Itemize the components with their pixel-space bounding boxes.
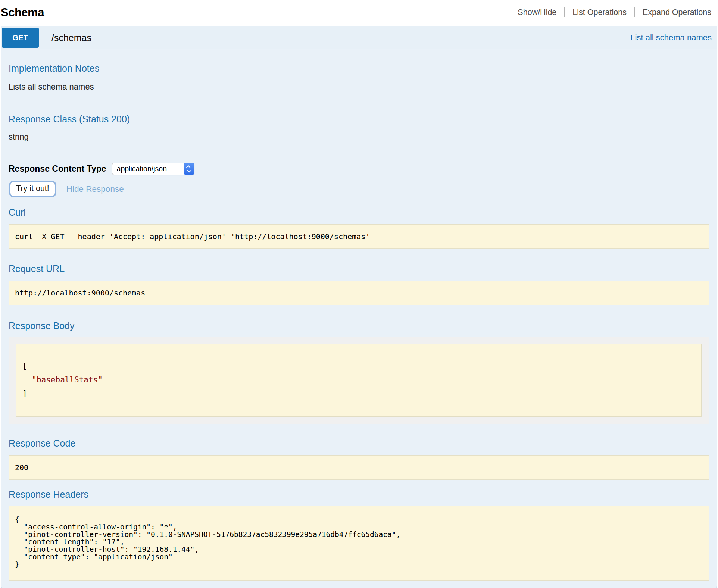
response-headers-heading: Response Headers [9,489,709,500]
show-hide-link[interactable]: Show/Hide [510,7,564,17]
response-body-json: ["baseballStats"] [16,344,702,417]
operation-content-panel: Implementation Notes Lists all schema na… [1,49,717,588]
actions-row: Try it out! Hide Response [9,182,709,196]
implementation-notes-heading: Implementation Notes [9,63,709,74]
curl-heading: Curl [9,207,709,218]
hide-response-link[interactable]: Hide Response [66,184,124,194]
operation-heading-row[interactable]: GET /schemas List all schema names [1,26,717,49]
http-method-get-badge[interactable]: GET [2,28,39,48]
selected-content-type: application/json [117,165,167,173]
json-string-value: "baseballStats" [22,373,695,387]
headers-line: "content-type": "application/json" [15,553,703,561]
page-header: Schema Show/Hide List Operations Expand … [0,0,718,19]
response-body-heading: Response Body [9,320,709,331]
request-url-heading: Request URL [9,263,709,274]
list-operations-link[interactable]: List Operations [564,7,634,17]
up-down-chevrons-icon [184,163,194,175]
response-content-type-row: Response Content Type application/json [9,163,709,175]
curl-command: curl -X GET --header 'Accept: applicatio… [9,224,709,249]
response-content-type-label: Response Content Type [9,164,106,174]
implementation-notes-text: Lists all schema names [9,82,709,92]
try-it-out-button[interactable]: Try it out! [10,182,55,196]
response-class-type: string [9,132,709,142]
response-code-value: 200 [9,455,709,480]
headers-line: "content-length": "17", [15,538,703,546]
response-headers-json: { "access-control-allow-origin": "*", "p… [9,506,709,581]
headers-line: "pinot-controller-version": "0.1.0-SNAPS… [15,531,703,538]
response-class-heading: Response Class (Status 200) [9,113,709,125]
operation-get-schemas: GET /schemas List all schema names Imple… [1,26,717,588]
json-close-bracket: ] [22,387,695,401]
response-content-type-select[interactable]: application/json [112,163,194,175]
expand-operations-link[interactable]: Expand Operations [634,7,712,17]
response-code-heading: Response Code [9,438,709,449]
headers-line: "access-control-allow-origin": "*", [15,523,703,531]
request-url-value: http://localhost:9000/schemas [9,281,709,305]
endpoint-path-link[interactable]: /schemas [51,32,91,43]
page-title: Schema [1,6,44,19]
resource-links: Show/Hide List Operations Expand Operati… [510,7,712,19]
headers-line: } [15,561,703,568]
endpoint-summary-link[interactable]: List all schema names [630,33,712,43]
json-open-bracket: [ [22,359,695,373]
headers-line: { [15,516,703,523]
headers-line: "pinot-controller-host": "192.168.1.44", [15,546,703,553]
response-body-container: ["baseballStats"] [9,337,709,424]
